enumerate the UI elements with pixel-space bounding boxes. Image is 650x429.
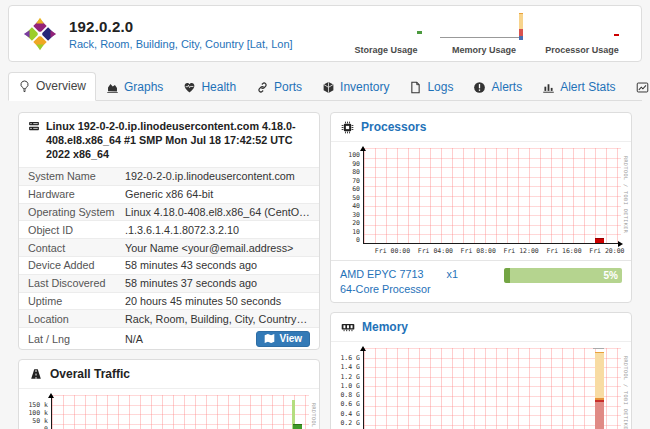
processor-usage-minigraph[interactable]: Processor Usage xyxy=(533,12,631,55)
y-axis-tick: 40 xyxy=(352,202,360,210)
tab-latency[interactable]: Latency xyxy=(626,73,650,101)
cpu-usage-percent: 5% xyxy=(604,268,618,283)
row-label: Device Added xyxy=(28,259,125,271)
tab-label: Logs xyxy=(427,80,453,94)
cpu-icon xyxy=(341,121,354,134)
row-label: Contact xyxy=(28,242,125,254)
memory-title: Memory xyxy=(362,320,408,334)
row-value: N/A xyxy=(125,333,256,345)
row-value: Generic x86 64-bit xyxy=(125,188,310,200)
memory-card: Memory 1.6 G1.4 G1.2 G1.0 G0.8 G0.6 G0.4… xyxy=(330,312,632,429)
row-value: Rack, Room, Building, City, Country [Lat… xyxy=(125,313,310,325)
tab-overview[interactable]: Overview xyxy=(8,72,96,101)
overall-traffic-graph: 150 k100 k50 k0 RRDTOOL / TOBI OETIKER xyxy=(19,389,319,429)
y-axis-tick: 1.2 G xyxy=(340,373,360,381)
system-info-row: System Name192-0-2-0.ip.linodeuserconten… xyxy=(19,167,319,185)
y-axis-tick: 30 xyxy=(352,211,360,219)
y-axis-tick: 100 xyxy=(348,151,360,159)
row-label: Operating System xyxy=(28,206,125,218)
system-info-row: ContactYour Name <your@email.address> xyxy=(19,238,319,256)
row-value: 192-0-2-0.ip.linodeusercontent.com xyxy=(125,170,310,182)
tab-alerts[interactable]: Alerts xyxy=(463,73,532,101)
row-value: Your Name <your@email.address> xyxy=(125,242,310,254)
tab-label: Health xyxy=(201,80,236,94)
y-axis-tick: 50 k xyxy=(32,417,48,425)
cpu-name-link[interactable]: AMD EPYC 7713 64-Core Processor xyxy=(340,267,431,296)
device-header: 192.0.2.0 Rack, Room, Building, City, Co… xyxy=(8,5,642,62)
x-axis-tick: Fri 04:00 xyxy=(418,247,453,255)
tab-health[interactable]: Health xyxy=(173,73,246,101)
cpu-count: x1 xyxy=(447,268,458,280)
line-chart-icon xyxy=(636,81,649,94)
view-map-button[interactable]: View xyxy=(256,331,310,347)
system-info-card: Linux 192-0-2-0.ip.linodeusercontent.com… xyxy=(18,112,320,350)
row-label: Hardware xyxy=(28,188,125,200)
rrdtool-watermark: RRDTOOL / TOBI OETIKER xyxy=(311,403,317,429)
y-axis-tick: 0.8 G xyxy=(340,391,360,399)
system-info-row: Last Discovered58 minutes 37 seconds ago xyxy=(19,274,319,292)
memory-plot[interactable] xyxy=(363,348,621,429)
y-axis-tick: 0 xyxy=(356,236,360,244)
processors-plot[interactable] xyxy=(363,148,621,244)
memory-header[interactable]: Memory xyxy=(331,313,631,342)
tab-label: Graphs xyxy=(124,80,163,94)
tab-label: Alert Stats xyxy=(560,80,615,94)
heart-icon xyxy=(183,81,196,94)
y-axis-tick: 20 xyxy=(352,219,360,227)
header-mini-graphs: Storage Usage Memory Usage Processor Usa… xyxy=(337,12,631,55)
row-value: 58 minutes 37 seconds ago xyxy=(125,277,310,289)
alert-circle-icon xyxy=(473,81,486,94)
cpu-usage-fill xyxy=(504,268,510,283)
memory-usage-minigraph[interactable]: Memory Usage xyxy=(435,12,533,55)
memory-graph: 1.6 G1.4 G1.2 G1.0 G0.8 G0.6 G0.4 G0.2 G… xyxy=(331,342,631,429)
overall-traffic-card: Overall Traffic 150 k100 k50 k0 RRDTOOL … xyxy=(18,359,320,429)
x-axis-tick: Fri 16:00 xyxy=(546,247,581,255)
system-info-row: Operating SystemLinux 4.18.0-408.el8.x86… xyxy=(19,203,319,221)
lightbulb-icon xyxy=(18,80,31,93)
tab-label: Overview xyxy=(36,79,86,93)
system-info-row: Uptime20 hours 45 minutes 50 seconds xyxy=(19,292,319,310)
y-axis-tick: 1.6 G xyxy=(340,354,360,362)
device-title: 192.0.2.0 xyxy=(69,18,293,35)
system-title: Linux 192-0-2-0.ip.linodeusercontent.com… xyxy=(46,119,310,161)
y-axis-tick: 150 k xyxy=(28,401,48,409)
ram-icon xyxy=(341,320,355,334)
row-value: 20 hours 45 minutes 50 seconds xyxy=(125,295,310,307)
storage-usage-minigraph[interactable]: Storage Usage xyxy=(337,12,435,55)
system-info-row: Object ID.1.3.6.1.4.1.8072.3.2.10 xyxy=(19,220,319,238)
tab-graphs[interactable]: Graphs xyxy=(96,73,173,101)
server-icon xyxy=(28,120,40,132)
processors-header[interactable]: Processors xyxy=(331,113,631,142)
rrdtool-watermark: RRDTOOL / TOBI OETIKER xyxy=(623,356,629,429)
tab-logs[interactable]: Logs xyxy=(399,73,463,101)
x-axis-tick: Fri 12:00 xyxy=(503,247,538,255)
tab-ports[interactable]: Ports xyxy=(246,73,312,101)
y-axis-tick: 80 xyxy=(352,168,360,176)
area-chart-icon xyxy=(106,81,119,94)
processors-card: Processors 1009080706050403020100 RRDTOO… xyxy=(330,112,632,303)
y-axis-tick: 60 xyxy=(352,185,360,193)
y-axis-tick: 100 k xyxy=(28,409,48,417)
processors-graph: 1009080706050403020100 RRDTOOL / TOBI OE… xyxy=(331,142,631,246)
y-axis-tick: 1.4 G xyxy=(340,363,360,371)
y-axis-tick: 50 xyxy=(352,194,360,202)
system-info-row: Lat / LngN/AView xyxy=(19,327,319,349)
tab-alert-stats[interactable]: Alert Stats xyxy=(532,73,625,101)
x-axis-tick: Fri 08:00 xyxy=(461,247,496,255)
system-info-row: Device Added58 minutes 43 seconds ago xyxy=(19,256,319,274)
overall-traffic-title: Overall Traffic xyxy=(50,367,130,381)
traffic-plot[interactable] xyxy=(51,395,309,429)
y-axis-tick: 90 xyxy=(352,160,360,168)
device-location-link[interactable]: Rack, Room, Building, City, Country [Lat… xyxy=(69,38,293,50)
processor-usage-sparkline xyxy=(536,12,628,45)
cube-icon xyxy=(322,81,335,94)
row-value: Linux 4.18.0-408.el8.x86_64 (CentOS 8) xyxy=(125,206,310,218)
tab-inventory[interactable]: Inventory xyxy=(312,73,399,101)
row-label: Location xyxy=(28,313,125,325)
row-label: System Name xyxy=(28,170,125,182)
row-value: 58 minutes 43 seconds ago xyxy=(125,259,310,271)
row-label: Last Discovered xyxy=(28,277,125,289)
system-info-row: LocationRack, Room, Building, City, Coun… xyxy=(19,309,319,327)
cpu-list-row: AMD EPYC 7713 64-Core Processor x1 5% xyxy=(331,260,631,302)
file-icon xyxy=(409,81,422,94)
